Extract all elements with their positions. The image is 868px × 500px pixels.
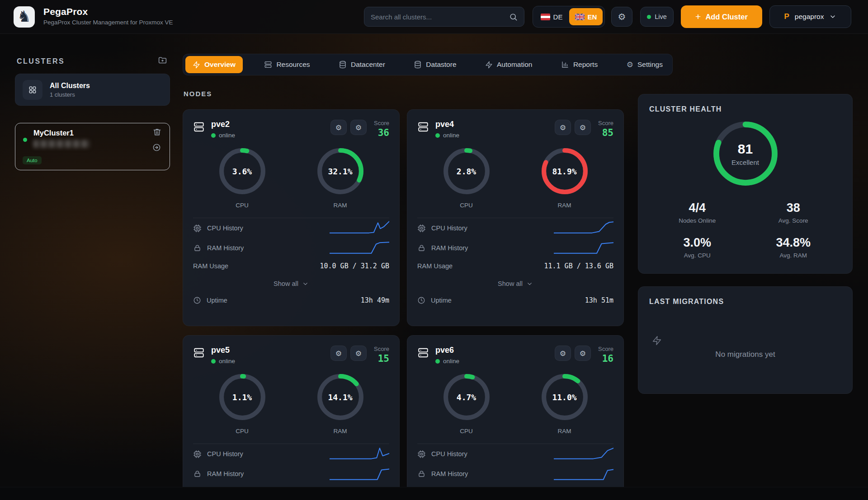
cluster-auto-badge: Auto bbox=[23, 156, 42, 164]
tab-resources[interactable]: Resources bbox=[257, 56, 317, 73]
cpu-history-label: CPU History bbox=[431, 224, 467, 232]
lang-de-button[interactable]: DE bbox=[535, 8, 568, 25]
open-cluster-arrow-icon[interactable] bbox=[152, 143, 161, 152]
show-all-toggle[interactable]: Show all bbox=[417, 275, 613, 292]
tab-datacenter[interactable]: Datacenter bbox=[331, 56, 392, 73]
plus-icon: + bbox=[695, 11, 701, 22]
ram-usage-value: 11.1 GB / 13.6 GB bbox=[544, 262, 613, 270]
tab-reports[interactable]: Reports bbox=[554, 56, 605, 73]
add-folder-icon[interactable] bbox=[158, 55, 167, 65]
tab-overview[interactable]: Overview bbox=[185, 56, 243, 73]
sidebar-item-all-clusters[interactable]: All Clusters 1 clusters bbox=[15, 74, 170, 106]
server-icon bbox=[417, 347, 429, 359]
cpu-gauge: 1.1% CPU bbox=[193, 372, 291, 435]
search-input[interactable] bbox=[371, 13, 509, 21]
tab-resources-label: Resources bbox=[276, 61, 310, 69]
sidebar-item-cluster[interactable]: MyCluster1 Auto bbox=[15, 123, 170, 170]
cpu-history-row: CPU History bbox=[193, 444, 389, 464]
cpu-history-label: CPU History bbox=[207, 450, 243, 458]
zap-icon bbox=[193, 61, 200, 69]
cpu-label: CPU bbox=[460, 428, 473, 435]
gear-icon: ⚙ bbox=[560, 349, 566, 358]
stat-value: 3.0% bbox=[649, 236, 745, 250]
cluster-health-card: CLUSTER HEALTH 81 Excellent 4/4 Nodes On… bbox=[638, 94, 853, 274]
bottom-strip bbox=[0, 487, 868, 500]
online-dot-icon bbox=[211, 359, 216, 364]
austria-flag-icon bbox=[541, 14, 550, 20]
lang-en-button[interactable]: EN bbox=[569, 8, 603, 25]
show-all-toggle[interactable]: Show all bbox=[193, 275, 389, 292]
tab-overview-label: Overview bbox=[204, 61, 236, 69]
cpu-label: CPU bbox=[236, 428, 249, 435]
cpu-history-label: CPU History bbox=[207, 224, 243, 232]
cpu-chip-icon bbox=[417, 450, 426, 458]
gear-icon: ⚙ bbox=[560, 123, 566, 132]
node-card-pve4: pve4 online ⚙ ⚙ Score 85 2.8% CPU 81.9% … bbox=[407, 109, 624, 326]
score-value: 36 bbox=[374, 127, 389, 138]
cpu-chip-icon bbox=[193, 450, 202, 458]
ram-percent: 81.9% bbox=[552, 167, 576, 176]
settings-gear-button[interactable]: ⚙ bbox=[611, 7, 632, 27]
user-menu[interactable]: P pegaprox bbox=[769, 5, 851, 28]
uptime-value: 13h 49m bbox=[361, 296, 389, 304]
tab-settings[interactable]: ⚙ Settings bbox=[619, 56, 670, 73]
ram-history-label: RAM History bbox=[207, 244, 244, 252]
cpu-history-row: CPU History bbox=[193, 218, 389, 238]
online-dot-icon bbox=[435, 359, 440, 364]
node-config-button[interactable]: ⚙ bbox=[575, 120, 591, 135]
ram-history-sparkline bbox=[554, 466, 613, 481]
node-settings-button[interactable]: ⚙ bbox=[555, 120, 571, 135]
node-config-button[interactable]: ⚙ bbox=[575, 346, 591, 361]
search-bar[interactable] bbox=[364, 7, 524, 27]
chevron-down-icon bbox=[829, 13, 836, 20]
cpu-gauge: 4.7% CPU bbox=[417, 372, 515, 435]
node-config-button[interactable]: ⚙ bbox=[350, 346, 367, 361]
node-settings-button[interactable]: ⚙ bbox=[330, 120, 347, 135]
node-status: online bbox=[219, 132, 235, 139]
live-status-badge[interactable]: Live bbox=[640, 7, 674, 27]
gear-icon: ⚙ bbox=[618, 11, 626, 22]
tab-automation-label: Automation bbox=[497, 61, 532, 69]
tab-datastore[interactable]: Datastore bbox=[406, 56, 463, 73]
pegasus-icon: ♞ bbox=[17, 9, 31, 24]
ram-usage-label: RAM Usage bbox=[193, 262, 228, 270]
cpu-chip-icon bbox=[417, 224, 426, 233]
uptime-label: Uptime bbox=[207, 297, 227, 304]
ram-label: RAM bbox=[334, 428, 347, 435]
server-icon bbox=[193, 347, 205, 359]
zap-icon bbox=[652, 336, 662, 346]
ram-history-row: RAM History bbox=[193, 464, 389, 484]
ram-history-sparkline bbox=[554, 240, 613, 256]
health-score: 81 bbox=[738, 141, 753, 157]
sidebar-title: CLUSTERS bbox=[17, 57, 65, 65]
ram-gauge: 11.0% RAM bbox=[515, 372, 613, 435]
ram-label: RAM bbox=[558, 202, 571, 209]
node-settings-button[interactable]: ⚙ bbox=[330, 346, 347, 361]
gear-icon: ⚙ bbox=[335, 123, 342, 132]
health-score-word: Excellent bbox=[731, 159, 759, 166]
uptime-value: 13h 51m bbox=[585, 296, 613, 304]
tab-automation[interactable]: Automation bbox=[478, 56, 539, 73]
ram-icon bbox=[417, 470, 426, 478]
cpu-gauge: 3.6% CPU bbox=[193, 146, 291, 209]
ram-usage-row: RAM Usage 11.1 GB / 13.6 GB bbox=[417, 258, 613, 274]
language-switcher: DE EN bbox=[533, 6, 605, 28]
stat-label: Avg. Score bbox=[745, 217, 842, 224]
ram-icon bbox=[417, 244, 426, 252]
cpu-history-sparkline bbox=[554, 446, 613, 462]
trash-icon[interactable] bbox=[153, 128, 161, 136]
ram-icon bbox=[193, 470, 202, 478]
node-config-button[interactable]: ⚙ bbox=[350, 120, 367, 135]
ram-label: RAM bbox=[334, 202, 347, 209]
uptime-label: Uptime bbox=[431, 297, 452, 304]
no-migrations-text: No migrations yet bbox=[638, 350, 852, 359]
add-cluster-button[interactable]: + Add Cluster bbox=[681, 5, 762, 28]
cpu-history-sparkline bbox=[330, 220, 389, 236]
last-migrations-card: LAST MIGRATIONS No migrations yet bbox=[638, 286, 853, 394]
node-settings-button[interactable]: ⚙ bbox=[555, 346, 571, 361]
ram-icon bbox=[193, 244, 202, 252]
bar-chart-icon bbox=[561, 61, 569, 69]
score-label: Score bbox=[598, 346, 613, 352]
node-card-pve5: pve5 online ⚙ ⚙ Score 15 1.1% CPU 14.1% … bbox=[183, 335, 400, 500]
nodes-section-title: NODES bbox=[184, 90, 212, 98]
